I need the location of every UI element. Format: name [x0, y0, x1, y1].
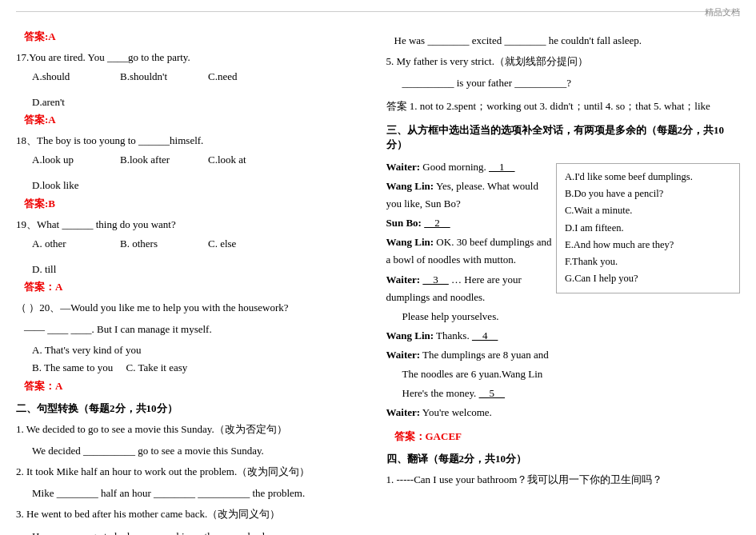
q20-blank: ____	[47, 323, 68, 335]
s2q1: 1. We decided to go to see a movie this …	[16, 421, 370, 438]
opt-17-c: C.need	[208, 68, 288, 86]
s2q3-fill: He ________ go to bed ________ his mothe…	[32, 527, 370, 535]
dialog-opt-f: F.Thank you.	[565, 254, 731, 270]
options-19: A. other B. others C. else D. till	[32, 235, 370, 278]
opt-18-c: C.look at	[208, 151, 288, 169]
opt-19-c: C. else	[208, 235, 288, 253]
s2q1-fill: We decided __________ go to see a movie …	[32, 441, 370, 460]
dialog-opt-b: B.Do you have a pencil?	[565, 186, 731, 202]
answer-19-a: 答案：A	[24, 280, 370, 294]
r-q5-fill: __________ is your father __________?	[402, 74, 741, 92]
opt-19-a: A. other	[32, 235, 112, 253]
answer-19-b: 答案:B	[24, 197, 370, 211]
dialog-opt-d: D.I am fifteen.	[565, 220, 731, 237]
opt-20-bc: B. The same to you C. Take it easy	[32, 359, 370, 377]
options-17: A.should B.shouldn't C.need D.aren't	[32, 68, 370, 111]
dialog-line-9: Here's the money. ＿5＿	[402, 385, 741, 402]
question-18: 18、The boy is too young to ______himself…	[16, 132, 370, 150]
question-19: 19、What ______ thing do you want?	[16, 216, 370, 234]
question-20-prefix: （ ）20、—Would you like me to help you wit…	[16, 299, 370, 317]
opt-19-d: D. till	[32, 261, 112, 278]
watermark-label: 精品文档	[705, 6, 740, 18]
dialog-line-7: Waiter: The dumplings are 8 yuan and	[386, 346, 741, 364]
opt-20-a: A. That's very kind of you	[32, 341, 370, 359]
opt-17-d: D.aren't	[32, 94, 112, 111]
section4-title: 四、翻译（每题2分，共10分）	[386, 452, 741, 466]
answer-20-a: 答案：A	[24, 379, 370, 393]
answer-3: 答案：GACEF	[394, 429, 741, 444]
left-column: 答案:A 17.You are tired. You ____go to the…	[16, 28, 370, 535]
right-column: He was ________ excited ________ he coul…	[386, 28, 741, 535]
opt-18-b: B.look after	[120, 151, 200, 169]
section2-title: 二、句型转换（每题2分，共10分）	[16, 401, 370, 416]
q20-dash: ——	[24, 323, 45, 335]
dialog-opt-g: G.Can I help you?	[565, 270, 731, 287]
opt-19-b: B. others	[120, 235, 200, 253]
options-20: A. That's very kind of you B. The same t…	[32, 341, 370, 377]
options-18: A.look up B.look after C.look at D.look …	[32, 151, 370, 194]
dialog-opt-c: C.Wait a minute.	[565, 202, 731, 219]
dialog-line-10: Waiter: You're welcome.	[386, 404, 741, 421]
answer-fill: 答案 1. not to 2.spent；working out 3. didn…	[386, 98, 741, 115]
question-17: 17.You are tired. You ____go to the part…	[16, 49, 370, 66]
s2q2-fill: Mike ________ half an hour ________ ____…	[32, 484, 370, 502]
dialog-line-8: The noodles are 6 yuan.Wang Lin	[402, 365, 741, 383]
dialog-options-box: A.I'd like some beef dumplings. B.Do you…	[556, 163, 740, 293]
section3-title: 三、从方框中选出适当的选项补全对话，有两项是多余的（每题2分，共10分）	[386, 123, 741, 152]
opt-17-a: A.should	[32, 68, 112, 86]
opt-17-b: B.shouldn't	[120, 68, 200, 86]
opt-18-d: D.look like	[32, 177, 112, 194]
answer-18: 答案:A	[24, 113, 370, 127]
dialog-line-5: Please help yourselves.	[402, 308, 741, 325]
answer-17: 答案:A	[24, 30, 370, 44]
q20-suffix: ____. But I can manage it myself.	[71, 323, 212, 335]
r-line1: He was ________ excited ________ he coul…	[394, 31, 741, 50]
dialog-opt-a: A.I'd like some beef dumplings.	[565, 169, 731, 186]
dialog-section: A.I'd like some beef dumplings. B.Do you…	[386, 157, 741, 423]
t1: 1. -----Can I use your bathroom？我可以用一下你的…	[386, 471, 741, 489]
r-q5: 5. My father is very strict.（就划线部分提问）	[386, 53, 741, 70]
question-20-fill: —— ____ ____. But I can manage it myself…	[24, 320, 370, 338]
dialog-opt-e: E.And how much are they?	[565, 237, 731, 254]
opt-18-a: A.look up	[32, 151, 112, 169]
s2q2: 2. It took Mike half an hour to work out…	[16, 463, 370, 481]
dialog-line-6: Wang Lin: Thanks. ＿4＿	[386, 327, 741, 345]
s2q3: 3. He went to bed after his mother came …	[16, 505, 370, 523]
